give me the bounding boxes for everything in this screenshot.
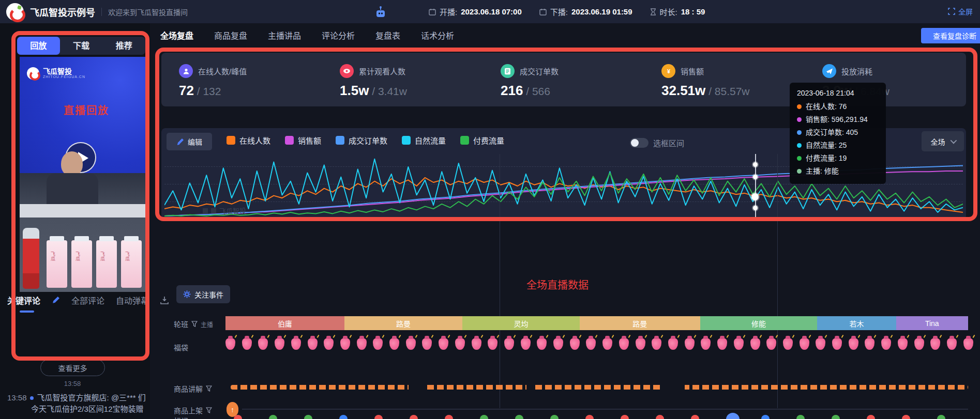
replay-tab-回放[interactable]: 回放: [17, 37, 60, 55]
pencil-icon[interactable]: [52, 296, 60, 304]
lucky-bag-icon[interactable]: [898, 338, 908, 350]
range-selector[interactable]: 全场: [922, 131, 964, 151]
legend-item-在线人数[interactable]: 在线人数: [227, 135, 270, 146]
lucky-bag-icon[interactable]: [521, 338, 531, 350]
lucky-bag-icon[interactable]: [619, 338, 629, 350]
lucky-bag-icon[interactable]: [914, 338, 924, 350]
shift-segment-Tina[interactable]: Tina: [896, 316, 968, 330]
tab-主播讲品[interactable]: 主播讲品: [268, 29, 301, 41]
filter-icon[interactable]: [191, 321, 198, 327]
comment-tab-自动弹幕[interactable]: 自动弹幕: [116, 294, 149, 306]
lucky-bag-icon[interactable]: [373, 338, 383, 350]
shift-segment-路曼[interactable]: 路曼: [344, 316, 462, 330]
product-talk-track[interactable]: [231, 385, 968, 390]
mark-dot[interactable]: [585, 415, 594, 419]
lucky-bag-icon[interactable]: [602, 338, 612, 350]
shift-segment-灵均[interactable]: 灵均: [462, 316, 580, 330]
lucky-bag-icon[interactable]: [504, 338, 514, 350]
replay-tab-下载[interactable]: 下载: [60, 37, 103, 55]
video-player[interactable]: 飞瓜智投 ZHITOU.FEIGUA.CN 直播回放: [20, 57, 145, 292]
lucky-bag-icon[interactable]: [766, 338, 776, 350]
lucky-bag-icon[interactable]: [586, 338, 596, 350]
mark-dot[interactable]: [867, 415, 875, 419]
lucky-bag-icon[interactable]: [439, 338, 448, 350]
view-more-button[interactable]: 查看更多: [40, 359, 105, 376]
mark-dot[interactable]: [269, 415, 277, 419]
mark-dot[interactable]: [515, 415, 523, 419]
tab-全场复盘[interactable]: 全场复盘: [160, 29, 193, 41]
lucky-bag-icon[interactable]: [225, 338, 235, 350]
lucky-bag-icon[interactable]: [783, 338, 793, 350]
mark-dot[interactable]: [621, 415, 629, 419]
lucky-bag-icon[interactable]: [930, 338, 940, 350]
lucky-bag-icon[interactable]: [832, 338, 842, 350]
lucky-bag-icon[interactable]: [422, 338, 432, 350]
watch-events-button[interactable]: 关注事件: [176, 285, 230, 303]
download-icon[interactable]: [160, 296, 169, 304]
shift-segment-路曼[interactable]: 路曼: [580, 316, 700, 330]
brush-range-toggle[interactable]: [630, 138, 649, 148]
lucky-bag-icon[interactable]: [668, 338, 678, 350]
lucky-bag-icon[interactable]: [881, 338, 891, 350]
lucky-bag-icon[interactable]: [275, 338, 284, 350]
lucky-bag-icon[interactable]: [389, 338, 399, 350]
lucky-bag-icon[interactable]: [242, 338, 252, 350]
lucky-bag-icon[interactable]: [324, 338, 334, 350]
lucky-bag-icon[interactable]: [963, 338, 973, 350]
comment-tab-全部评论[interactable]: 全部评论: [71, 294, 104, 306]
lucky-bag-icon[interactable]: [553, 338, 563, 350]
tab-话术分析[interactable]: 话术分析: [421, 29, 454, 41]
lucky-bag-icon[interactable]: [652, 338, 661, 350]
lucky-bag-icon[interactable]: [800, 338, 809, 350]
mark-dot[interactable]: [410, 415, 418, 419]
mark-dot[interactable]: [796, 415, 805, 419]
lucky-bag-icon[interactable]: [340, 338, 350, 350]
mark-dot[interactable]: [902, 415, 910, 419]
mark-dot[interactable]: [234, 415, 242, 419]
shift-segment-若木[interactable]: 若木: [817, 316, 896, 330]
lucky-bag-icon[interactable]: [357, 338, 367, 350]
lucky-bag-icon[interactable]: [570, 338, 580, 350]
view-diagnosis-button[interactable]: 查看复盘诊断: [921, 28, 980, 43]
comment-item[interactable]: 13:58飞瓜智投官方旗舰店: @三*** 们 今天飞瓜倍护2/3区间12宝物装…: [7, 392, 146, 415]
mark-dot[interactable]: [304, 415, 312, 419]
legend-item-成交订单数[interactable]: 成交订单数: [336, 135, 387, 146]
mark-dot[interactable]: [761, 415, 770, 419]
lucky-bag-icon[interactable]: [717, 338, 727, 350]
lucky-bag-icon[interactable]: [750, 338, 760, 350]
lucky-bag-icon[interactable]: [685, 338, 695, 350]
shift-segment-伯庸[interactable]: 伯庸: [225, 316, 344, 330]
legend-item-销售额[interactable]: 销售额: [285, 135, 321, 146]
replay-tab-推荐[interactable]: 推荐: [102, 37, 145, 55]
robot-assistant-icon[interactable]: [374, 6, 387, 18]
mark-dot[interactable]: [832, 415, 840, 419]
lucky-bag-icon[interactable]: [734, 338, 744, 350]
lucky-bag-icon[interactable]: [258, 338, 268, 350]
mark-dot[interactable]: [656, 415, 664, 419]
lucky-bag-icon[interactable]: [455, 338, 465, 350]
lucky-bag-icon[interactable]: [849, 338, 858, 350]
lucky-bag-icon[interactable]: [701, 338, 711, 350]
lucky-bag-icon[interactable]: [947, 338, 957, 350]
lucky-bag-icon[interactable]: [865, 338, 875, 350]
lucky-bag-icon[interactable]: [472, 338, 481, 350]
legend-item-付费流量[interactable]: 付费流量: [460, 135, 504, 146]
shift-segment-修能[interactable]: 修能: [700, 316, 818, 330]
filter-icon[interactable]: [206, 385, 212, 392]
tab-评论分析[interactable]: 评论分析: [322, 29, 355, 41]
lucky-bag-icon[interactable]: [291, 338, 301, 350]
filter-icon[interactable]: [206, 407, 212, 413]
lucky-bag-icon[interactable]: [406, 338, 416, 350]
comment-tab-关键评论[interactable]: 关键评论: [7, 294, 40, 306]
mark-dot[interactable]: [937, 415, 945, 419]
mark-dot[interactable]: [550, 415, 559, 419]
lucky-bag-icon[interactable]: [816, 338, 825, 350]
fullscreen-button[interactable]: 全屏: [948, 6, 973, 17]
mark-dot[interactable]: [339, 415, 348, 419]
edit-metrics-button[interactable]: 编辑: [167, 133, 212, 150]
lucky-bag-icon[interactable]: [308, 338, 318, 350]
lucky-bag-icon[interactable]: [488, 338, 497, 350]
mark-dot[interactable]: [480, 415, 488, 419]
mark-dot[interactable]: [374, 415, 383, 419]
mark-dot[interactable]: [691, 415, 699, 419]
